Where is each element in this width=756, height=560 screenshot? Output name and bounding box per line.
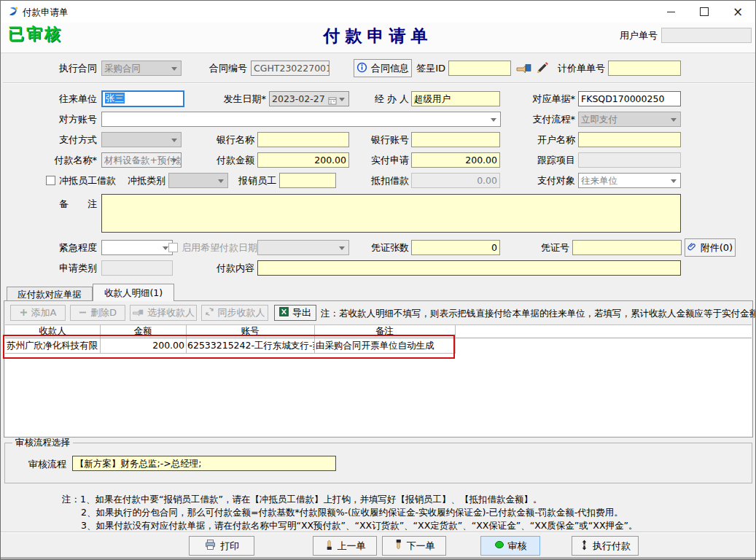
chevron-down-icon: [171, 139, 177, 145]
user-no-field[interactable]: [661, 28, 752, 43]
col-header-remark[interactable]: 备注: [314, 325, 455, 338]
pay-name-select[interactable]: 材料设备款+预付款: [101, 152, 182, 168]
operator-label: 经 办 人: [364, 91, 409, 106]
execute-payment-button[interactable]: 执行付款: [572, 536, 639, 556]
contract-info-button[interactable]: 合同信息: [354, 59, 412, 77]
minimize-icon: [667, 12, 675, 12]
minimize-button[interactable]: [654, 1, 687, 23]
payee-panel: 添加A 删除D 选择收款人 同步收款人 导出 注：若收款人明细不填写，则表示把钱…: [4, 300, 753, 438]
sign-id-field[interactable]: [448, 61, 511, 76]
date-picker[interactable]: 2023-02-27: [269, 91, 349, 106]
hand-point-icon[interactable]: [515, 62, 531, 77]
note-line-2: 2、如果执行的分包合同，那么可付款金额=付款基数*付款限额%-(应收履约保证金-…: [81, 507, 623, 519]
deduct-field[interactable]: 0.00: [411, 173, 500, 188]
contract-no-label: 合同编号: [190, 61, 247, 76]
user-no-label: 用户单号: [617, 28, 658, 43]
maximize-button[interactable]: [687, 1, 721, 23]
actual-pay-field[interactable]: 200.00: [411, 152, 500, 168]
wish-date-picker[interactable]: [257, 240, 349, 255]
tab-payable-docs[interactable]: 应付款对应单据: [7, 287, 93, 301]
excel-icon: [279, 307, 289, 319]
account-name-label: 开户名称: [524, 132, 575, 147]
wish-date-checkbox-label: 启用希望付款日期: [182, 240, 259, 255]
approval-group-title: 审核流程选择: [12, 437, 73, 449]
calendar-icon: [328, 95, 337, 106]
date-label: 发生日期*: [211, 91, 266, 106]
divider: [3, 82, 754, 84]
voucher-no-label: 凭证号: [536, 240, 569, 255]
remark-textarea[interactable]: [101, 194, 681, 233]
pen-icon[interactable]: [536, 61, 549, 77]
col-header-payee[interactable]: 收款人: [5, 325, 100, 338]
maximize-icon: [700, 7, 709, 16]
note-line-3: 3、如果付款没有对应付款单据，请在付款名称中写明“XX预付款”、“XX订货款”、…: [81, 520, 637, 532]
account-name-field[interactable]: [578, 132, 681, 147]
prev-doc-button[interactable]: 上一单: [313, 536, 377, 556]
pay-method-label: 支付方式: [24, 132, 97, 147]
tab-payee-detail[interactable]: 收款人明细(1): [93, 284, 174, 301]
chevron-down-icon: [491, 118, 496, 125]
info-icon: [356, 62, 367, 75]
ref-doc-label: 对应单据*: [524, 91, 575, 106]
pay-amount-field[interactable]: 200.00: [257, 152, 349, 168]
urgency-select[interactable]: [101, 240, 173, 255]
operator-field[interactable]: 超级用户: [411, 91, 500, 106]
approve-button[interactable]: 审核: [480, 536, 540, 556]
sync-icon: [205, 307, 214, 319]
table-row-cell-account[interactable]: 62533215242-工行东城支行-苏州: [186, 338, 314, 353]
reimburse-field[interactable]: [279, 173, 336, 188]
counterparty-field[interactable]: 张三: [101, 90, 184, 107]
chevron-down-icon: [339, 246, 345, 253]
remark-label: 备 注: [24, 196, 97, 211]
exec-contract-select[interactable]: 采购合同: [101, 61, 182, 76]
col-header-amount[interactable]: 金额: [100, 325, 186, 338]
table-row-cell-remark[interactable]: 由采购合同开票单位自动生成: [314, 338, 455, 353]
bank-name-field[interactable]: [257, 132, 349, 147]
next-doc-button[interactable]: 下一单: [382, 536, 446, 556]
approval-flow-field[interactable]: 【新方案】财务总监;->总经理;: [72, 456, 336, 471]
delete-payee-button[interactable]: 删除D: [70, 305, 125, 321]
wish-date-checkbox[interactable]: [168, 243, 178, 252]
chevron-down-icon: [671, 118, 677, 125]
track-project-label: 跟踪项目: [524, 152, 575, 168]
pay-method-select[interactable]: [101, 132, 182, 147]
select-payee-button[interactable]: 选择收款人: [130, 305, 197, 321]
voucher-no-field[interactable]: [572, 240, 682, 255]
hand-down-icon: [394, 539, 403, 553]
sync-payee-button[interactable]: 同步收款人: [201, 305, 268, 321]
pay-content-label: 付款内容: [211, 260, 254, 276]
chevron-down-icon: [171, 67, 177, 74]
contract-no-field[interactable]: CGHT230227001: [251, 61, 330, 76]
col-header-account[interactable]: 账号: [186, 325, 314, 338]
execute-pay-icon: [580, 540, 589, 553]
add-payee-button[interactable]: 添加A: [10, 305, 66, 321]
bank-account-label: 银行账号: [364, 132, 409, 147]
window-bottom-edge: [1, 557, 755, 560]
table-row-cell-amount[interactable]: 200.00: [100, 338, 186, 353]
print-button[interactable]: 打印: [189, 536, 254, 556]
pay-name-label: 付款名称*: [24, 152, 97, 168]
offset-loan-checkbox[interactable]: [46, 176, 55, 185]
apply-type-field[interactable]: [101, 260, 173, 276]
pay-flow-select[interactable]: 立即支付: [578, 112, 681, 127]
pay-flow-label: 支付流程*: [524, 112, 575, 127]
counter-account-combo[interactable]: [101, 112, 501, 127]
table-row-cell-payee[interactable]: 苏州广欣净化科技有限: [5, 338, 100, 353]
export-button[interactable]: 导出: [274, 305, 316, 321]
voucher-count-field[interactable]: 0: [411, 240, 500, 255]
printer-icon: [204, 539, 217, 553]
counterparty-label: 往来单位: [24, 91, 97, 106]
hand-up-icon: [324, 539, 334, 553]
bank-account-field[interactable]: [411, 132, 500, 147]
pay-target-select[interactable]: 往来单位: [578, 173, 681, 188]
ref-doc-field[interactable]: FKSQD170000250: [578, 91, 681, 106]
offset-type-select[interactable]: [168, 173, 228, 188]
attachment-button[interactable]: 附件(0): [685, 238, 736, 257]
chevron-down-icon: [163, 246, 168, 253]
titlebar: 付款申请单 ×: [1, 1, 755, 23]
pay-content-field[interactable]: [257, 260, 681, 276]
track-project-field[interactable]: [578, 152, 681, 168]
close-button[interactable]: ×: [721, 1, 755, 23]
chevron-down-icon: [218, 179, 224, 186]
pricing-no-field[interactable]: [608, 61, 681, 76]
